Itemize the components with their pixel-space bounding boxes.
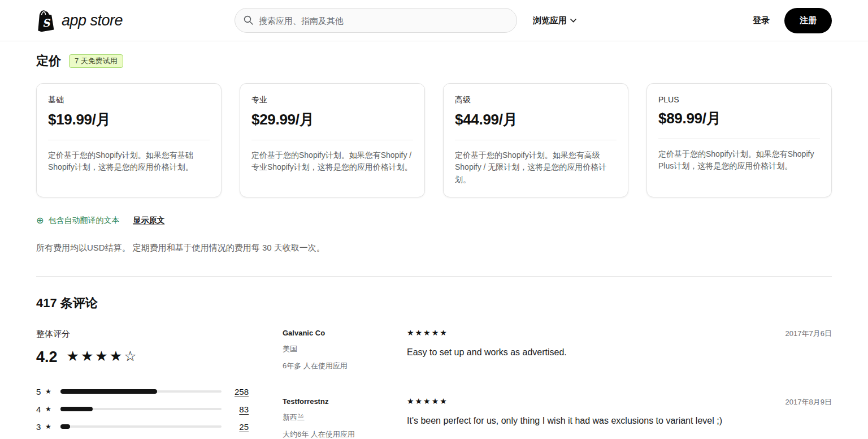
- plan-price: $44.99/月: [455, 110, 617, 130]
- rating-count-link[interactable]: 25: [229, 422, 249, 432]
- reviews-layout: 整体评分 4.2 ★★★★☆ 5 ★ 258 4 ★: [36, 329, 832, 439]
- review-stars: ★★★★★: [407, 397, 747, 405]
- reviewer-usage: 6年多 人在使用应用: [283, 361, 407, 371]
- plan-description: 定价基于您的Shopify计划。如果您有基础Shopify计划，这将是您的应用价…: [48, 149, 210, 174]
- pricing-header-row: 定价 7 天免费试用: [36, 53, 832, 70]
- overall-rating-label: 整体评分: [36, 329, 249, 339]
- pricing-card-basic: 基础 $19.99/月 定价基于您的Shopify计划。如果您有基础Shopif…: [36, 83, 222, 197]
- rating-bar-track: [60, 425, 222, 428]
- review-text: Easy to set up and works as advertised.: [407, 346, 747, 359]
- card-divider: [48, 140, 210, 140]
- overall-stars: ★★★★☆: [67, 349, 138, 365]
- rating-count-link[interactable]: 83: [229, 404, 249, 414]
- pricing-card-plus: PLUS $89.99/月 定价基于您的Shopify计划。如果您有Shopif…: [646, 83, 832, 197]
- rating-bar-3: 3 ★ 25: [36, 418, 249, 436]
- card-divider: [251, 140, 413, 140]
- chevron-down-icon: [570, 19, 576, 23]
- reviewer-meta: Testforrestnz 新西兰 大约6年 人在使用应用: [283, 397, 407, 439]
- pricing-title: 定价: [36, 53, 61, 70]
- logo-wordmark: app store: [62, 12, 123, 29]
- reviewer-name: Galvanic Co: [283, 329, 407, 337]
- star-icon: ★: [45, 388, 51, 395]
- rating-bar-2: 2 ★ 9: [36, 436, 249, 439]
- plan-price: $19.99/月: [48, 110, 210, 130]
- reviewer-country: 美国: [283, 344, 407, 354]
- bar-star-count: 4: [36, 404, 42, 414]
- plan-description: 定价基于您的Shopify计划。如果您有Shopify Plus计划，这将是您的…: [658, 148, 820, 173]
- search-bar: [235, 8, 517, 33]
- shopify-app-store-logo[interactable]: S app store: [36, 10, 123, 32]
- section-divider: [36, 276, 832, 277]
- review-item: Galvanic Co 美国 6年多 人在使用应用 ★★★★★ Easy to …: [283, 329, 832, 371]
- show-original-link[interactable]: 显示原文: [133, 216, 164, 226]
- rating-bar-5: 5 ★ 258: [36, 383, 249, 401]
- plan-description: 定价基于您的Shopify计划。如果您有Shopify / 专业Shopify计…: [251, 149, 413, 174]
- bar-star-count: 3: [36, 422, 42, 432]
- reviews-list: Galvanic Co 美国 6年多 人在使用应用 ★★★★★ Easy to …: [283, 329, 832, 439]
- review-date: 2017年7月6日: [747, 329, 832, 371]
- login-link[interactable]: 登录: [753, 15, 770, 26]
- rating-bar-fill: [60, 424, 70, 429]
- billing-note: 所有费用均以USD结算。 定期费用和基于使用情况的费用每 30 天收取一次。: [36, 243, 832, 253]
- overall-score: 4.2: [36, 348, 58, 366]
- star-icon: ★: [45, 405, 51, 413]
- rating-bar-4: 4 ★ 83: [36, 401, 249, 418]
- reviewer-meta: Galvanic Co 美国 6年多 人在使用应用: [283, 329, 407, 371]
- plan-name: 专业: [251, 95, 413, 105]
- globe-icon: ⊕: [36, 216, 44, 225]
- plan-name: 高级: [455, 95, 617, 105]
- signup-button[interactable]: 注册: [784, 8, 832, 33]
- review-date: 2017年8月9日: [747, 397, 832, 439]
- plan-name: 基础: [48, 95, 210, 105]
- plan-price: $29.99/月: [251, 110, 413, 130]
- bar-star-count: 5: [36, 387, 42, 397]
- shopify-bag-icon: S: [36, 9, 55, 32]
- reviews-count-title: 417 条评论: [36, 295, 832, 312]
- plan-name: PLUS: [658, 95, 820, 104]
- pricing-cards: 基础 $19.99/月 定价基于您的Shopify计划。如果您有基础Shopif…: [36, 83, 832, 197]
- overall-rating-row: 4.2 ★★★★☆: [36, 348, 249, 366]
- browse-apps-menu[interactable]: 浏览应用: [533, 15, 576, 26]
- search-icon: [244, 15, 253, 25]
- reviewer-usage: 大约6年 人在使用应用: [283, 429, 407, 439]
- card-divider: [658, 139, 820, 139]
- header: S app store 浏览应用 登录 注册: [0, 0, 868, 41]
- pricing-card-professional: 专业 $29.99/月 定价基于您的Shopify计划。如果您有Shopify …: [240, 83, 425, 197]
- reviewer-name: Testforrestnz: [283, 397, 407, 406]
- rating-bar-track: [60, 408, 222, 410]
- review-item: Testforrestnz 新西兰 大约6年 人在使用应用 ★★★★★ It's…: [283, 397, 832, 439]
- star-icon: ★: [45, 423, 51, 431]
- rating-bar-fill: [60, 389, 157, 394]
- card-divider: [455, 140, 617, 140]
- search-input[interactable]: [235, 8, 517, 33]
- review-stars: ★★★★★: [407, 329, 747, 337]
- rating-summary: 整体评分 4.2 ★★★★☆ 5 ★ 258 4 ★: [36, 329, 283, 439]
- translation-note: 包含自动翻译的文本: [48, 216, 119, 226]
- rating-bar-track: [60, 390, 222, 393]
- browse-apps-label: 浏览应用: [533, 15, 567, 26]
- reviewer-country: 新西兰: [283, 412, 407, 423]
- review-body: ★★★★★ Easy to set up and works as advert…: [407, 329, 747, 371]
- plan-description: 定价基于您的Shopify计划。如果您有高级Shopify / 无限计划，这将是…: [455, 149, 617, 186]
- translation-note-row: ⊕ 包含自动翻译的文本 显示原文: [36, 216, 832, 226]
- plan-price: $89.99/月: [658, 109, 820, 128]
- rating-breakdown: 5 ★ 258 4 ★ 83 3 ★: [36, 383, 249, 439]
- review-text: It's been perfect for us, only thing I w…: [407, 415, 747, 427]
- rating-count-link[interactable]: 258: [229, 387, 249, 397]
- review-body: ★★★★★ It's been perfect for us, only thi…: [407, 397, 747, 439]
- main-content: 定价 7 天免费试用 基础 $19.99/月 定价基于您的Shopify计划。如…: [0, 53, 868, 439]
- pricing-card-advanced: 高级 $44.99/月 定价基于您的Shopify计划。如果您有高级Shopif…: [443, 83, 628, 197]
- rating-bar-fill: [60, 407, 93, 411]
- free-trial-badge: 7 天免费试用: [69, 54, 123, 68]
